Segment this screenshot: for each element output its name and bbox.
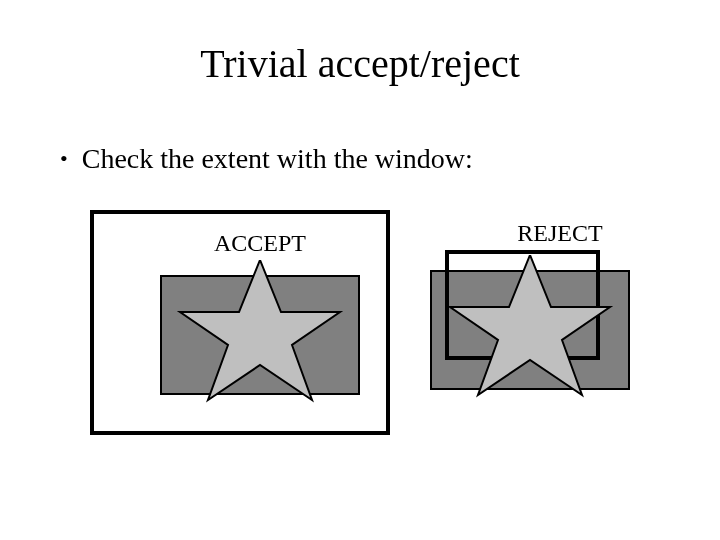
accept-star-icon	[160, 260, 360, 405]
svg-marker-1	[450, 255, 610, 395]
bullet-dot-icon: •	[60, 148, 68, 170]
reject-figure: REJECT	[430, 210, 660, 390]
svg-marker-0	[180, 260, 340, 400]
slide: Trivial accept/reject •Check the extent …	[0, 0, 720, 540]
accept-figure: ACCEPT	[90, 210, 390, 440]
reject-star-icon	[430, 255, 630, 400]
accept-label: ACCEPT	[180, 230, 340, 257]
slide-title: Trivial accept/reject	[0, 40, 720, 87]
reject-label: REJECT	[490, 220, 630, 247]
bullet-item: •Check the extent with the window:	[60, 140, 473, 175]
bullet-text: Check the extent with the window:	[82, 143, 473, 174]
